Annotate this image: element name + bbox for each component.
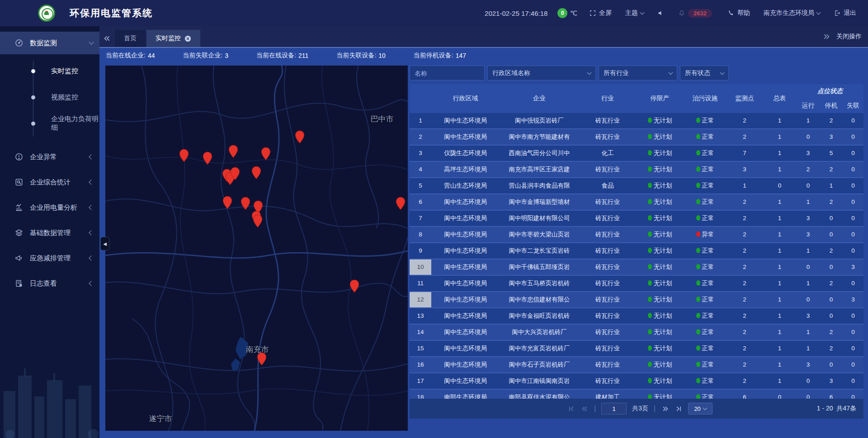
tab-home[interactable]: 首页 [115, 30, 146, 47]
workspace: ◀ [99, 63, 868, 438]
table-row[interactable]: 6阆中生态环境局阆中市金博瑞新型墙材砖瓦行业无计划正常21120 [410, 194, 863, 211]
table-row[interactable]: 1阆中生态环境局阆中强锐页岩砖厂砖瓦行业无计划正常21120 [410, 113, 863, 129]
cell-industry: 化工 [579, 146, 636, 161]
table-row[interactable]: 2阆中生态环境局阆中市南方节能建材有砖瓦行业无计划正常21030 [410, 129, 863, 146]
table-row[interactable]: 8阆中生态环境局阆中市枣碧大梁山页岩砖瓦行业无计划异常21300 [410, 227, 863, 243]
cell-company: 阆中市枣碧大梁山页岩 [500, 227, 579, 242]
industry-filter-select[interactable]: 所有行业 [599, 66, 677, 80]
map-marker-pin[interactable] [203, 151, 212, 165]
map-marker-pin[interactable] [253, 214, 263, 228]
stat-label: 当前停机设备: [414, 52, 453, 60]
cell-lost: 0 [843, 146, 863, 161]
cell-facility: 正常 [684, 129, 726, 145]
map-marker-pin[interactable] [396, 197, 406, 210]
collapse-panel-button[interactable]: ◀ [100, 237, 109, 250]
sidebar-item-3[interactable]: 企业用电量分析 [0, 196, 99, 219]
map-marker-pin[interactable] [295, 130, 305, 144]
table-row[interactable]: 4高坪生态环境局南充市高坪区王家店建砖瓦行业无计划正常31220 [410, 162, 863, 178]
previous-page-button[interactable] [580, 405, 589, 413]
sidebar-item-label: 应急减排管理 [30, 254, 90, 263]
table-row[interactable]: 12阆中生态环境局阆中市忠信建材有限公砖瓦行业无计划正常21003 [410, 292, 863, 308]
cell-run: 1 [797, 113, 820, 128]
last-page-button[interactable] [675, 405, 683, 413]
sidebar-item-0[interactable]: 数据监测 [0, 32, 99, 54]
table-row[interactable]: 13阆中生态环境局阆中市金福旺页岩机砖砖瓦行业无计划正常21300 [410, 308, 863, 325]
first-page-button[interactable] [567, 405, 575, 413]
map-marker-pin[interactable] [228, 145, 238, 158]
status-dot [696, 345, 700, 351]
logout-button[interactable]: 退出 [834, 9, 856, 17]
sidebar-item-6[interactable]: 日志查看 [0, 272, 99, 295]
cell-meters: 1 [763, 162, 797, 177]
table-row[interactable]: 18南部生态环境局南部县双佳水泥有限公建材加工无计划正常60060 [410, 390, 863, 399]
sidebar-item-5[interactable]: 应急减排管理 [0, 247, 99, 269]
cell-lost: 0 [843, 194, 863, 210]
map-marker-pin[interactable] [179, 149, 189, 162]
sidebar-subitem[interactable]: 企业电力负荷明细 [0, 110, 99, 137]
table-row[interactable]: 15阆中生态环境局阆中市光富页岩机砖厂砖瓦行业无计划正常21120 [410, 341, 863, 357]
cell-lost: 0 [843, 308, 863, 324]
table-row[interactable]: 5营山生态环境局营山县润丰肉食品有限食品无计划正常10010 [410, 178, 863, 194]
map-marker-pin[interactable] [251, 166, 261, 179]
double-chevron-right-icon[interactable] [823, 33, 830, 40]
status-filter-select[interactable]: 所有状态 [680, 66, 729, 80]
map-panel[interactable]: 巴中市南充市遂宁市 [105, 66, 408, 431]
fullscreen-button[interactable]: 全屏 [589, 9, 612, 17]
sidebar-subitem[interactable]: 视频监控 [0, 84, 99, 110]
help-button[interactable]: 帮助 [727, 9, 750, 17]
cell-points: 1 [726, 178, 763, 193]
map-marker-pin[interactable] [261, 147, 271, 160]
sidebar-item-1[interactable]: 企业异常 [0, 146, 99, 168]
next-page-button[interactable] [661, 405, 669, 413]
status-dot [696, 118, 700, 123]
stat-value: 3 [225, 52, 228, 59]
table-row[interactable]: 9阆中生态环境局阆中市二龙长宝页岩砖砖瓦行业无计划正常21120 [410, 243, 863, 259]
cell-company: 阆中市石子页岩机砖厂 [500, 357, 579, 372]
cell-index: 7 [410, 211, 431, 226]
cell-limit: 无计划 [636, 390, 684, 399]
notifications-button[interactable]: 2632 [678, 9, 712, 18]
sidebar-item-2[interactable]: 企业综合统计 [0, 171, 99, 193]
cell-limit: 无计划 [636, 292, 684, 307]
table-row[interactable]: 7阆中生态环境局阆中明阳建材有限公司砖瓦行业无计划正常21300 [410, 211, 863, 227]
page-size-select[interactable]: 20 [688, 403, 712, 414]
cell-region: 阆中生态环境局 [431, 211, 500, 226]
map-marker-pin[interactable] [222, 196, 232, 209]
map-marker-pin[interactable] [257, 352, 267, 366]
close-operations-button[interactable]: 关闭操作 [836, 33, 862, 41]
cell-points: 2 [726, 243, 763, 259]
map-marker-pin[interactable] [349, 279, 359, 293]
tabs-scroll-left-button[interactable] [99, 30, 115, 47]
cell-points: 2 [726, 325, 763, 340]
table-row[interactable]: 11阆中生态环境局阆中市五马桥页岩机砖砖瓦行业无计划正常21120 [410, 276, 863, 292]
org-dropdown[interactable]: 南充市生态环境局 [764, 9, 820, 17]
status-dot [648, 118, 652, 123]
cell-facility: 正常 [684, 162, 726, 177]
sidebar-item-4[interactable]: 基础数据管理 [0, 221, 99, 244]
cell-facility: 异常 [684, 227, 726, 242]
temperature-badge: 0 [557, 8, 567, 18]
table-row[interactable]: 17阆中生态环境局阆中市江南镇阆南页岩砖瓦行业无计划正常21030 [410, 373, 863, 390]
cell-meters: 1 [763, 113, 797, 128]
close-icon[interactable] [184, 35, 191, 42]
tab-realtime-monitor[interactable]: 实时监控 [146, 30, 200, 47]
cell-company: 阆中市五马桥页岩机砖 [500, 276, 579, 291]
cell-lost: 0 [843, 129, 863, 145]
cell-industry: 砖瓦行业 [579, 129, 636, 145]
region-filter-select[interactable]: 行政区域名称 [487, 66, 596, 80]
map-marker-pin[interactable] [241, 197, 250, 210]
table-row[interactable]: 16阆中生态环境局阆中市石子页岩机砖厂砖瓦行业无计划正常21300 [410, 357, 863, 373]
sidebar-subitem[interactable]: 实时监控 [0, 58, 99, 84]
table-row[interactable]: 14阆中生态环境局阆中大兴页岩机砖厂砖瓦行业无计划正常21120 [410, 325, 863, 341]
status-dot [648, 134, 652, 139]
table-row[interactable]: 3仪陇生态环境局西南油气田分公司川中化工无计划正常71350 [410, 146, 863, 162]
pagination-bar: | 共3页 | 20 1 - 20 共47条 [410, 399, 863, 419]
theme-dropdown[interactable]: 主题 [625, 9, 644, 17]
map-marker-pin[interactable] [230, 167, 240, 180]
mute-button[interactable] [657, 9, 665, 17]
page-number-input[interactable] [601, 403, 627, 414]
table-row[interactable]: 10阆中生态环境局阆中千佛镇五郎垭页岩砖瓦行业无计划正常21003 [410, 259, 863, 276]
name-filter-input[interactable] [410, 66, 485, 80]
column-subheader: 失联 [843, 102, 863, 110]
cell-points: 2 [726, 373, 763, 389]
